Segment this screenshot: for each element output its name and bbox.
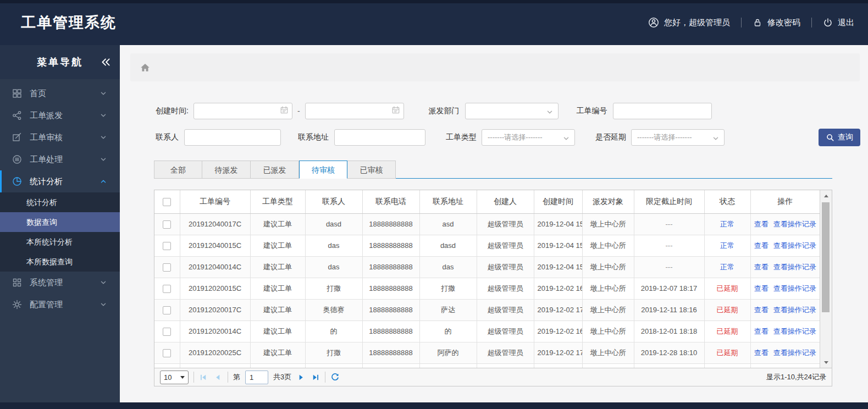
tab-pending-dispatch[interactable]: 待派发 (202, 161, 251, 179)
sidebar-item-order-review[interactable]: 工单审核 (0, 126, 120, 148)
work-order-table: 工单编号工单类型联系人联系电话联系地址创建人创建时间派发对象限定截止时间状态操作… (154, 190, 832, 368)
search-button[interactable]: 查询 (819, 129, 860, 146)
home-icon[interactable] (140, 62, 151, 73)
grid-icon (12, 89, 23, 98)
sidebar-menu: 首页工单派发工单审核工单处理统计分析统计分析数据查询本所统计分析本所数据查询系统… (0, 79, 120, 316)
delay-select[interactable]: -------请选择------- (631, 129, 725, 146)
edit-icon (12, 132, 23, 142)
tab-all[interactable]: 全部 (154, 161, 202, 179)
sidebar-subitem-branch-data-query[interactable]: 本所数据查询 (0, 252, 120, 272)
view-log-link[interactable]: 查看操作记录 (773, 263, 816, 271)
app-header: 工单管理系统 您好，超级管理员 修改密码 退出 (0, 0, 868, 45)
scrollbar-thumb[interactable] (822, 202, 830, 312)
sidebar-item-home[interactable]: 首页 (0, 82, 120, 104)
status-badge: 已延期 (704, 342, 750, 363)
previous-page-icon[interactable] (213, 373, 223, 382)
tab-dispatched[interactable]: 已派发 (251, 161, 299, 179)
column-header: 工单编号 (180, 190, 250, 213)
date-range-separator: - (297, 107, 300, 115)
sidebar-item-config-mgmt[interactable]: 配置管理 (0, 294, 120, 316)
pagination-bar: 10 第 共3页 显示1-10,共24记录 (154, 368, 832, 386)
column-header: 操作 (750, 190, 820, 213)
tab-reviewed[interactable]: 已审核 (347, 161, 396, 179)
view-link[interactable]: 查看 (754, 349, 769, 357)
create-time-start-input[interactable] (193, 103, 292, 119)
column-header: 状态 (704, 190, 750, 213)
sidebar-item-stats-analysis[interactable]: 统计分析 (0, 170, 120, 192)
calendar-icon[interactable] (391, 106, 400, 114)
sidebar-item-system-mgmt[interactable]: 系统管理 (0, 272, 120, 294)
sidebar-subitem-stats-analysis-sub[interactable]: 统计分析 (0, 192, 120, 212)
footer-strip (0, 402, 868, 409)
column-header: 联系电话 (362, 190, 419, 213)
dispatch-dept-select[interactable] (465, 103, 559, 119)
view-log-link[interactable]: 查看操作记录 (773, 241, 816, 250)
record-summary: 显示1-10,共24记录 (766, 372, 826, 382)
table-row: 201912040017C建议工单dasd18888888888asd超级管理员… (154, 213, 820, 235)
view-link[interactable]: 查看 (754, 263, 769, 271)
chevron-down-icon (99, 278, 108, 287)
chevron-down-icon (99, 155, 108, 164)
view-link[interactable]: 查看 (754, 306, 769, 314)
row-checkbox[interactable] (163, 285, 171, 293)
user-greeting[interactable]: 您好，超级管理员 (648, 17, 730, 28)
table-scrollbar[interactable] (820, 190, 832, 368)
chevron-down-icon (99, 89, 108, 98)
row-checkbox[interactable] (163, 220, 171, 229)
sidebar-subitem-branch-stats-analysis[interactable]: 本所统计分析 (0, 232, 120, 252)
contact-input[interactable] (184, 129, 281, 146)
chevron-down-icon (99, 133, 108, 142)
page-size-select[interactable]: 10 (160, 371, 189, 384)
order-no-input[interactable] (613, 103, 712, 119)
scroll-up-icon[interactable] (820, 191, 832, 200)
view-log-link[interactable]: 查看操作记录 (773, 349, 816, 357)
status-badge: 正常 (704, 213, 750, 235)
logout-button[interactable]: 退出 (823, 18, 854, 28)
view-log-link[interactable]: 查看操作记录 (773, 284, 816, 292)
main-content: 创建时间: - 派发部门 工单编号 联系人 联系地址 工单类型 -------请… (120, 45, 868, 402)
sidebar-subitem-data-query[interactable]: 数据查询 (0, 212, 120, 232)
view-link[interactable]: 查看 (754, 284, 769, 292)
header-divider (811, 18, 812, 27)
address-input[interactable] (334, 129, 425, 146)
app-title: 工单管理系统 (21, 0, 117, 45)
view-log-link[interactable]: 查看操作记录 (773, 220, 816, 228)
create-time-end-input[interactable] (305, 103, 404, 119)
last-page-icon[interactable] (311, 373, 320, 382)
table-row: 201912040014C建议工单das18888888888das超级管理员2… (154, 256, 820, 278)
select-all-checkbox[interactable] (163, 198, 171, 206)
sidebar-item-order-process[interactable]: 工单处理 (0, 148, 120, 170)
row-checkbox[interactable] (163, 328, 171, 336)
sidebar-collapse-icon[interactable] (100, 57, 111, 68)
first-page-icon[interactable] (199, 373, 208, 382)
next-page-icon[interactable] (296, 373, 306, 382)
row-checkbox[interactable] (163, 306, 171, 314)
table-header-row: 工单编号工单类型联系人联系电话联系地址创建人创建时间派发对象限定截止时间状态操作 (154, 190, 820, 213)
view-link[interactable]: 查看 (754, 241, 769, 250)
refresh-icon[interactable] (330, 373, 340, 382)
view-log-link[interactable]: 查看操作记录 (773, 306, 816, 314)
calendar-icon[interactable] (280, 106, 289, 114)
view-log-link[interactable]: 查看操作记录 (773, 327, 816, 335)
contact-label: 联系人 (156, 132, 179, 142)
scroll-down-icon[interactable] (820, 358, 832, 367)
sidebar-header: 菜单导航 (0, 45, 120, 79)
order-type-select[interactable]: -------请选择------- (482, 129, 575, 146)
row-checkbox[interactable] (163, 263, 171, 272)
change-password-button[interactable]: 修改密码 (753, 18, 800, 28)
row-checkbox[interactable] (163, 349, 171, 357)
breadcrumb (130, 53, 860, 81)
table-row: 201912020017C建议工单奥德赛18888888888萨达超级管理员20… (154, 299, 820, 320)
row-checkbox[interactable] (163, 242, 171, 250)
column-header: 限定截止时间 (634, 190, 704, 213)
pager-divider (228, 372, 228, 383)
view-link[interactable]: 查看 (754, 327, 769, 335)
view-link[interactable]: 查看 (754, 220, 769, 228)
page-number-input[interactable] (245, 371, 268, 384)
tab-pending-review[interactable]: 待审核 (299, 161, 347, 179)
status-badge: 已延期 (704, 299, 750, 320)
status-badge: 已延期 (704, 278, 750, 299)
share-icon (12, 110, 23, 120)
create-time-label: 创建时间: (156, 106, 189, 116)
sidebar-item-order-dispatch[interactable]: 工单派发 (0, 104, 120, 126)
